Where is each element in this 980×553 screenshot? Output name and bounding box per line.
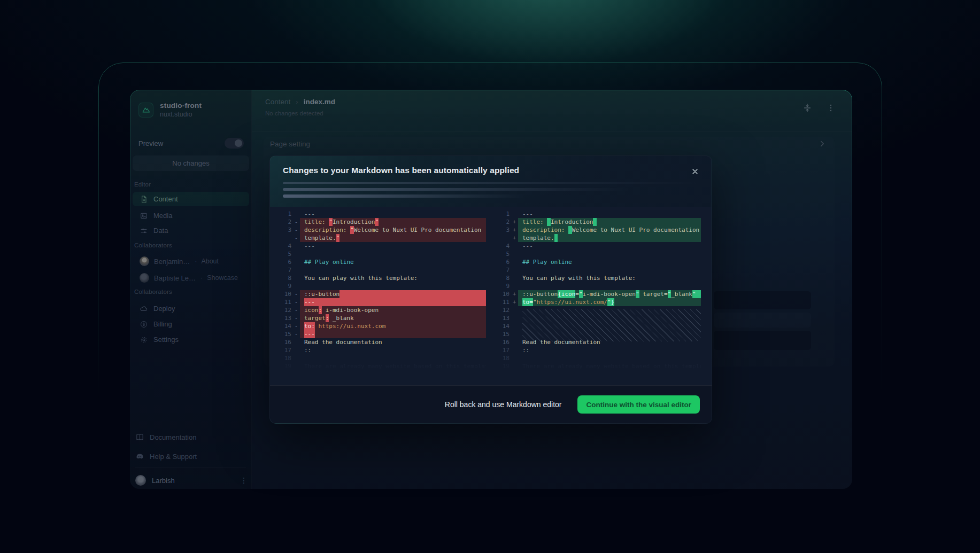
diff-row: 16Read the documentation (276, 338, 486, 346)
diff-row: 8You can play with this template: (276, 274, 486, 282)
diff-row: 3+description: Welcome to Nuxt UI Pro do… (495, 226, 701, 234)
diff-row: 2+title: Introduction (495, 218, 701, 226)
markdown-changes-modal: Changes to your Markdown has been automa… (269, 155, 712, 424)
diff-row: 19There are already many website based o… (276, 362, 486, 370)
skeleton-line (283, 194, 526, 198)
diff-row: 8You can play with this template: (495, 274, 701, 282)
diff-row: 5 (276, 250, 486, 258)
diff-row: 5 (495, 250, 701, 258)
diff-row: 17:: (495, 346, 701, 354)
modal-footer: Roll back and use Markdown editor Contin… (270, 385, 712, 423)
page: studio-front nuxt.studio Preview No chan… (0, 0, 980, 553)
diff-row: 11---- (276, 298, 486, 306)
diff-row: +template. (495, 234, 701, 242)
diff-pane-modified: 1---2+title: Introduction 3+description:… (495, 210, 701, 370)
diff-row: 18 (495, 354, 701, 362)
diff-pane-original: 1---2-title: "Introduction"3-description… (276, 210, 486, 370)
diff-row: 7 (495, 266, 701, 274)
diff-row: 18 (276, 354, 486, 362)
diff-row: 3-description: "Welcome to Nuxt UI Pro d… (276, 226, 486, 234)
diff-row: 10+::u-button{icon="i-mdi-book-open" tar… (495, 290, 701, 298)
diff-row: 17:: (276, 346, 486, 354)
diff-row: 9 (276, 282, 486, 290)
diff-row: -template." (276, 234, 486, 242)
diff-row: 6## Play online (495, 258, 701, 266)
skeleton-line (283, 188, 629, 191)
diff-row: 2-title: "Introduction" (276, 218, 486, 226)
diff-row: 15---- (276, 330, 486, 338)
diff-row: 12-icon: i-mdi-book-open (276, 306, 486, 314)
diff-view[interactable]: 1---2-title: "Introduction"3-description… (270, 207, 712, 385)
diff-row: 7 (276, 266, 486, 274)
diff-row: 9 (495, 282, 701, 290)
diff-row: 11+to="https://ui.nuxt.com/"} (495, 298, 701, 306)
diff-row: 1--- (276, 210, 486, 218)
diff-row: 4--- (276, 242, 486, 250)
empty-lines-hatch (522, 309, 701, 341)
diff-row: 6## Play online (276, 258, 486, 266)
rollback-button[interactable]: Roll back and use Markdown editor (445, 400, 562, 409)
diff-row: 10-::u-button (276, 290, 486, 298)
diff-row: 4--- (495, 242, 701, 250)
skeleton-line (283, 182, 700, 184)
modal-title: Changes to your Markdown has been automa… (283, 166, 519, 175)
diff-row: 14-to: https://ui.nuxt.com (276, 322, 486, 330)
close-icon[interactable] (687, 163, 703, 180)
continue-visual-editor-button[interactable]: Continue with the visual editor (577, 395, 700, 414)
diff-row: 13-target: _blank (276, 314, 486, 322)
diff-row: 1--- (495, 210, 701, 218)
diff-row: 19There are already many website based o… (495, 362, 701, 370)
